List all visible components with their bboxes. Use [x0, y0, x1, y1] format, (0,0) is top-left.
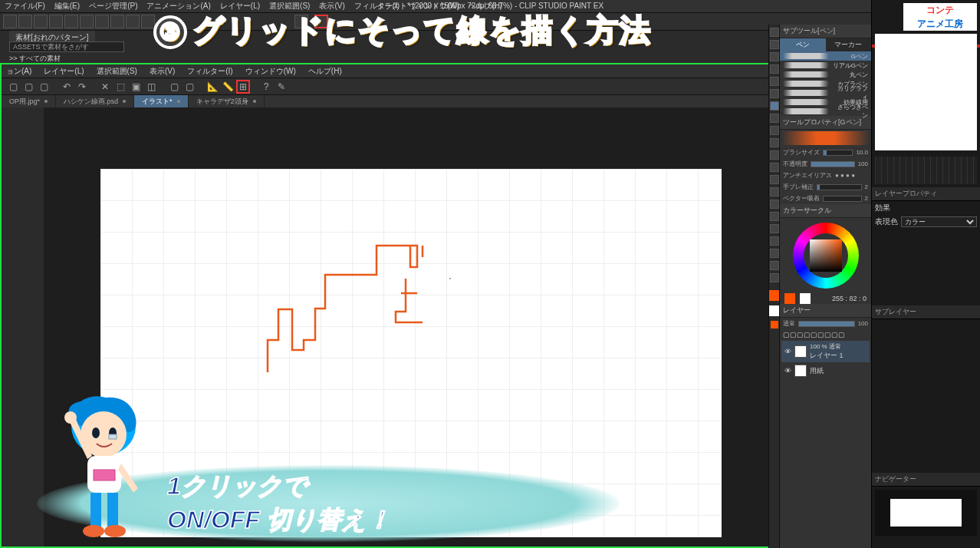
layer-item[interactable]: 👁用紙	[781, 363, 870, 378]
select-icon[interactable]: ⬚	[113, 80, 127, 94]
subtool-header[interactable]: サブツール[ペン]	[780, 25, 871, 38]
brush-icon[interactable]	[770, 126, 779, 135]
fg-color-swatch[interactable]	[784, 293, 795, 304]
assets-search-input[interactable]: ASSETSで素材をさがす	[9, 41, 124, 52]
menu-item[interactable]: 編集(E)	[54, 1, 80, 12]
redo-icon[interactable]: ↷	[75, 80, 89, 94]
deselect-icon[interactable]: ▢	[183, 80, 196, 94]
snap-grid-toggle-icon[interactable]: ⊞	[236, 80, 250, 94]
menu-item[interactable]: ョン(A)	[6, 66, 31, 77]
prop-opacity[interactable]: 不透明度100	[780, 158, 871, 170]
color-mode-select[interactable]: カラー	[901, 216, 977, 227]
svg-rect-5	[109, 434, 117, 439]
text-icon[interactable]	[770, 249, 779, 258]
snap-ruler-icon[interactable]: 📐	[206, 80, 219, 94]
pen-tool-icon[interactable]	[770, 101, 779, 111]
host-editor-column: コンテアニメ工房 レイヤープロパティ 効果 表現色カラー サブレイヤー ナビゲー…	[871, 0, 980, 548]
menu-item[interactable]: ファイル(F)	[5, 1, 45, 12]
layer-buttons[interactable]: ▢▢▢▢▢▢▢▢▢	[780, 329, 871, 340]
menu-item[interactable]: 選択範囲(S)	[97, 66, 137, 77]
assist-icon[interactable]: ?	[259, 80, 273, 94]
layerprop-header[interactable]: レイヤープロパティ	[872, 187, 980, 201]
gradient-icon[interactable]	[770, 200, 779, 209]
deco-icon[interactable]	[770, 150, 779, 160]
menu-item[interactable]: ウィンドウ(W)	[245, 66, 296, 77]
editor-preview[interactable]	[875, 34, 977, 150]
color-header[interactable]: カラーサークル	[780, 204, 871, 218]
toolbar-icon[interactable]	[64, 15, 78, 28]
toolbar-icon[interactable]	[18, 15, 32, 28]
airbrush-icon[interactable]	[770, 138, 779, 147]
bg-color-swatch[interactable]	[800, 293, 811, 304]
menu-item[interactable]: レイヤー(L)	[44, 66, 84, 77]
eyedropper-icon[interactable]	[770, 89, 779, 98]
wand-icon[interactable]	[770, 77, 779, 86]
toolbar-icon[interactable]	[3, 15, 17, 28]
bubble-line2: ON/OFF 切り替え！	[167, 503, 620, 537]
subtool-tab-pen[interactable]: ペン	[780, 38, 826, 51]
tab[interactable]: キャラデザ2頭身	[189, 95, 265, 107]
toolbar-icon[interactable]	[110, 15, 124, 28]
brush-item[interactable]: 丸ペン	[780, 70, 871, 79]
tab-active[interactable]: イラスト*	[134, 95, 189, 107]
mini-swatch[interactable]	[771, 321, 778, 328]
pencil-icon[interactable]	[770, 114, 779, 123]
ruler-tool-icon[interactable]	[770, 236, 779, 246]
balloon-icon[interactable]	[770, 261, 779, 270]
bg-swatch[interactable]	[769, 305, 780, 316]
fg-swatch[interactable]	[769, 290, 780, 301]
toolbar-icon[interactable]	[34, 15, 48, 28]
eye-icon[interactable]: 👁	[784, 367, 791, 375]
clear-icon[interactable]: ✕	[98, 80, 112, 94]
navigator-header[interactable]: ナビゲーター	[872, 473, 980, 487]
brush-item[interactable]: Gペン	[780, 51, 871, 61]
figure-icon[interactable]	[770, 212, 779, 221]
layer-item[interactable]: 👁100 % 通常レイヤー 1	[781, 341, 870, 362]
crop-icon[interactable]: ◫	[144, 80, 158, 94]
toolbar-icon[interactable]	[49, 15, 63, 28]
blend-icon[interactable]	[770, 175, 779, 184]
fill-icon[interactable]: ▣	[129, 80, 143, 94]
eye-icon[interactable]: 👁	[784, 348, 791, 355]
new-icon[interactable]: ▢	[6, 80, 20, 94]
prop-vector[interactable]: ベクター吸着2	[780, 193, 871, 204]
prop-stabilize[interactable]: 手ブレ補正2	[780, 181, 871, 193]
brush-item[interactable]: ざらつきペン	[780, 107, 871, 116]
layer-blend[interactable]: 通常100	[780, 318, 871, 329]
undo-icon[interactable]: ↶	[60, 80, 74, 94]
rotate-icon[interactable]	[770, 52, 779, 61]
open-icon[interactable]: ▢	[21, 80, 35, 94]
snap-special-icon[interactable]: 📏	[221, 80, 235, 94]
toolbar-icon[interactable]	[126, 15, 140, 28]
eraser-icon[interactable]	[770, 163, 779, 172]
navigator-view[interactable]	[875, 490, 977, 536]
smartphone-icon[interactable]: ✎	[275, 80, 288, 94]
menu-item[interactable]: 表示(V)	[150, 66, 175, 77]
select-tool-icon[interactable]	[770, 64, 779, 74]
subtool-tab-marker[interactable]: マーカー	[826, 38, 872, 51]
zoom-icon[interactable]	[770, 28, 779, 37]
save-icon[interactable]: ▢	[37, 80, 51, 94]
frame-icon[interactable]	[770, 224, 779, 233]
toolbar-icon[interactable]	[80, 15, 94, 28]
menu-item[interactable]: ページ管理(P)	[89, 1, 137, 12]
fill-tool-icon[interactable]	[770, 187, 779, 196]
move-icon[interactable]	[770, 40, 779, 49]
brush-item[interactable]: リアルGペン	[780, 61, 871, 70]
timeline-strip[interactable]	[875, 157, 977, 184]
displaycolor-row[interactable]: 表現色カラー	[872, 215, 980, 229]
prop-antialias[interactable]: アンチエイリアス● ● ● ●	[780, 170, 871, 181]
tab[interactable]: ハシケン線画.psd	[56, 95, 134, 107]
brush-item[interactable]: カリグラフィ	[780, 88, 871, 97]
toolbar-icon[interactable]	[95, 15, 109, 28]
correct-icon[interactable]	[770, 273, 779, 282]
menu-item[interactable]: ヘルプ(H)	[308, 66, 342, 77]
toolprop-header[interactable]: ツールプロパティ[Gペン]	[780, 116, 871, 130]
layer-header[interactable]: レイヤー	[780, 304, 871, 318]
select-all-icon[interactable]: ▢	[167, 80, 181, 94]
sublayer-header[interactable]: サブレイヤー	[872, 305, 980, 319]
prop-brushsize[interactable]: ブラシサイズ10.0	[780, 147, 871, 158]
color-wheel[interactable]	[793, 223, 859, 289]
menu-item[interactable]: フィルター(I)	[187, 66, 232, 77]
tab[interactable]: OP用.jpg*	[2, 95, 56, 107]
